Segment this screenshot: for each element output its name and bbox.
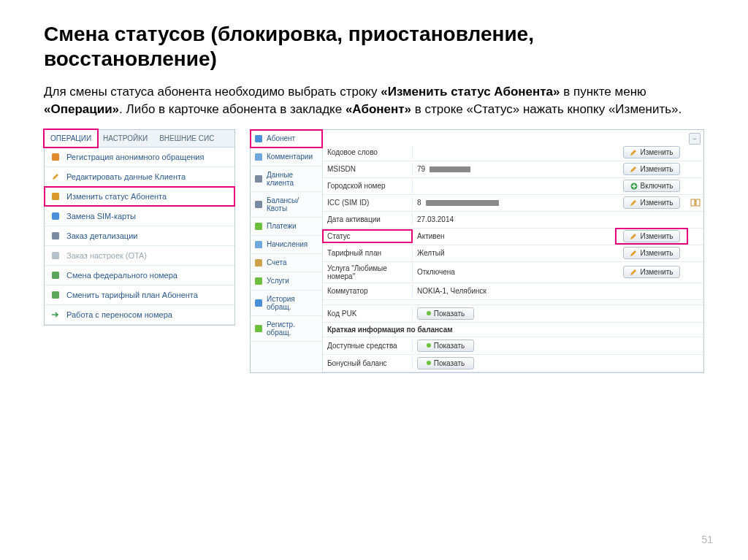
reg-icon (254, 324, 263, 333)
card-grid: − Кодовое словоИзменитьMSISDN79ИзменитьГ… (323, 130, 703, 372)
detail-icon (50, 231, 61, 241)
svg-rect-14 (255, 277, 262, 285)
pencil-icon (630, 166, 637, 173)
dot-icon (427, 311, 431, 315)
operations-panel: ОПЕРАЦИИ НАСТРОЙКИ ВНЕШНИЕ СИС Регистрац… (44, 129, 235, 326)
svg-rect-0 (52, 153, 59, 161)
ops-item-1[interactable]: Редактировать данные Клиента (45, 167, 234, 187)
hist-icon (254, 299, 263, 307)
tab-operations[interactable]: ОПЕРАЦИИ (43, 129, 99, 148)
row-1: MSISDN79Изменить (323, 161, 703, 178)
ops-item-5[interactable]: Заказ настроек (OTA) (45, 246, 234, 266)
row-puk: Код PUK Показать (323, 305, 703, 323)
pencil-icon (630, 269, 637, 276)
side-item-client[interactable]: Данные клиента (251, 166, 322, 192)
side-item-svc[interactable]: Услуги (251, 272, 322, 291)
svg-rect-8 (255, 153, 262, 161)
acct-icon (254, 258, 263, 267)
svg-rect-15 (255, 299, 262, 307)
svg-rect-6 (52, 291, 59, 299)
tab-external[interactable]: ВНЕШНИЕ СИС (153, 130, 220, 147)
balances-header: Краткая информация по балансам (323, 323, 703, 337)
row-6: Тарифный планЖелтыйИзменить (323, 245, 703, 262)
svg-rect-16 (255, 325, 262, 332)
ops-item-0[interactable]: Регистрация анонимного обращения (45, 147, 234, 167)
row-3: ICC (SIM ID)8Изменить (323, 195, 703, 212)
page-number: 51 (701, 534, 713, 545)
client-icon (254, 174, 263, 183)
ops-item-3[interactable]: Замена SIM-карты (45, 207, 234, 226)
row-6-button[interactable]: Изменить (623, 247, 680, 259)
side-item-reg[interactable]: Регистр. обращ. (251, 316, 322, 342)
show-puk-button[interactable]: Показать (417, 307, 474, 320)
row-3-button[interactable]: Изменить (623, 196, 680, 209)
ops-item-4[interactable]: Заказ детализации (45, 226, 234, 246)
plus-icon (630, 183, 638, 190)
svg-rect-2 (52, 212, 59, 220)
abon-icon (254, 134, 263, 143)
subscriber-card: АбонентКомментарииДанные клиентаБалансы/… (250, 129, 704, 373)
accr-icon (254, 240, 263, 249)
row-7: Услуга "Любимые номера"ОтключенаИзменить (323, 262, 703, 283)
row-8: КоммутаторNOKIA-1, Челябинск (323, 283, 703, 300)
row-2-button[interactable]: Включить (623, 180, 680, 192)
ops-item-2[interactable]: Изменить статус Абонента (45, 187, 234, 207)
bal-row-0: Доступные средстваПоказать (323, 337, 703, 355)
card-sidebar: АбонентКомментарииДанные клиентаБалансы/… (251, 130, 323, 372)
row-1-button[interactable]: Изменить (623, 163, 680, 175)
row-5: СтатусАктивенИзменить (323, 229, 703, 245)
side-item-balance[interactable]: Балансы/Квоты (251, 192, 322, 218)
svg-rect-10 (255, 201, 262, 208)
tab-settings[interactable]: НАСТРОЙКИ (97, 130, 153, 147)
show-balance-1-button[interactable]: Показать (417, 357, 474, 369)
ota-icon (50, 250, 61, 261)
pay-icon (254, 222, 263, 231)
side-item-pay[interactable]: Платежи (251, 218, 322, 236)
svg-rect-9 (255, 175, 262, 183)
book-icon[interactable] (690, 199, 701, 207)
phone-icon (50, 270, 61, 280)
svg-rect-11 (255, 223, 262, 230)
collapse-icon[interactable]: − (689, 133, 701, 145)
masked-value (426, 200, 499, 206)
side-item-acct[interactable]: Счета (251, 254, 322, 272)
svg-rect-13 (255, 259, 262, 266)
svg-rect-5 (52, 272, 59, 279)
user-icon (50, 152, 61, 162)
status-icon (50, 191, 61, 202)
show-balance-0-button[interactable]: Показать (417, 340, 474, 352)
svg-rect-3 (52, 232, 59, 239)
pencil-icon (50, 172, 61, 182)
dot-icon (427, 361, 431, 365)
svc-icon (254, 277, 263, 285)
row-2: Городской номерВключить (323, 178, 703, 195)
pencil-icon (630, 250, 637, 257)
ops-item-8[interactable]: Работа с переносом номера (45, 305, 234, 325)
side-item-hist[interactable]: История обращ. (251, 291, 322, 316)
ops-item-6[interactable]: Смена федерального номера (45, 266, 234, 285)
svg-rect-7 (255, 135, 262, 142)
svg-rect-4 (52, 252, 59, 259)
svg-rect-1 (52, 193, 59, 200)
description: Для смены статуса абонента необходимо вы… (44, 83, 704, 118)
comment-icon (254, 153, 263, 161)
sim-icon (50, 211, 61, 221)
ops-item-7[interactable]: Сменить тарифный план Абонента (45, 285, 234, 305)
bal-row-1: Бонусный балансПоказать (323, 355, 703, 372)
balance-icon (254, 200, 263, 209)
pencil-icon (630, 199, 637, 207)
operations-tabs: ОПЕРАЦИИ НАСТРОЙКИ ВНЕШНИЕ СИС (45, 130, 234, 147)
masked-value (430, 166, 470, 172)
row-5-button[interactable]: Изменить (623, 230, 680, 242)
side-item-accr[interactable]: Начисления (251, 236, 322, 254)
row-7-button[interactable]: Изменить (623, 266, 680, 278)
row-4: Дата активации27.03.2014 (323, 212, 703, 229)
side-item-comment[interactable]: Комментарии (251, 148, 322, 166)
tariff-icon (50, 290, 61, 300)
side-item-abon[interactable]: Абонент (251, 130, 322, 148)
row-0: Кодовое словоИзменить (323, 145, 703, 161)
dot-icon (427, 343, 431, 348)
pencil-icon (630, 233, 637, 240)
row-0-button[interactable]: Изменить (623, 146, 680, 158)
page-title: Смена статусов (блокировка, приостановле… (44, 22, 704, 71)
